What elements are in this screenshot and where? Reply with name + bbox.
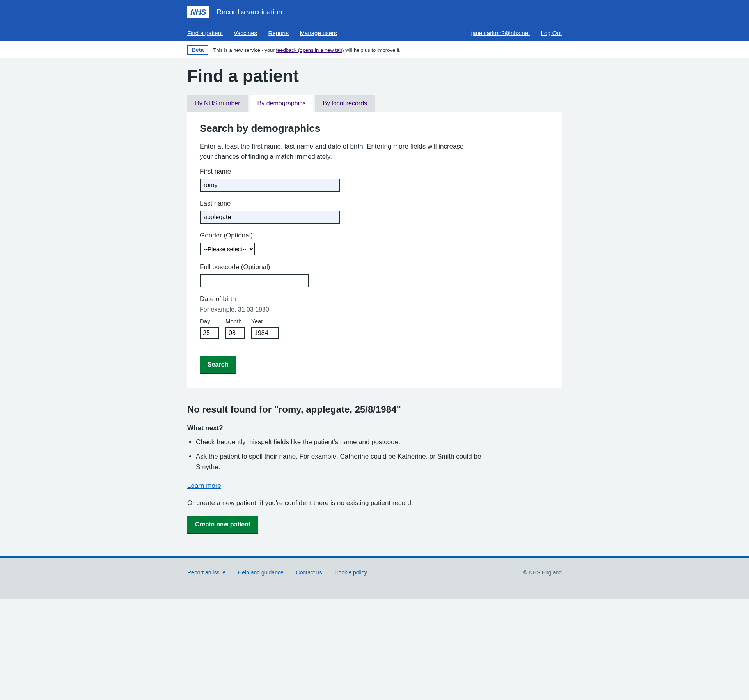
logout-link[interactable]: Log Out <box>541 30 562 36</box>
create-new-patient-button[interactable]: Create new patient <box>187 516 258 533</box>
primary-nav: Find a patient Vaccines Reports Manage u… <box>187 30 346 37</box>
user-nav: jane.carlton2@nhs.net Log Out <box>462 30 562 37</box>
panel-description: Enter at least the first name, last name… <box>200 142 465 161</box>
footer-contact[interactable]: Contact us <box>296 569 322 576</box>
page-title: Find a patient <box>187 66 562 86</box>
tip-item: Check frequently misspelt fields like th… <box>196 437 492 447</box>
no-result-heading: No result found for "romy, applegate, 25… <box>187 404 562 415</box>
results-section: No result found for "romy, applegate, 25… <box>187 404 562 533</box>
nav-reports[interactable]: Reports <box>268 30 289 36</box>
nav-manage-users[interactable]: Manage users <box>300 30 337 36</box>
tip-item: Ask the patient to spell their name. For… <box>196 451 492 472</box>
nav-find-a-patient[interactable]: Find a patient <box>187 30 223 36</box>
or-create-text: Or create a new patient, if you're confi… <box>187 499 562 507</box>
first-name-input[interactable] <box>200 179 340 192</box>
what-next-label: What next? <box>187 424 562 432</box>
tab-demographics[interactable]: By demographics <box>250 95 314 112</box>
last-name-label: Last name <box>200 200 549 207</box>
nhs-logo: NHS <box>187 6 209 18</box>
day-input[interactable] <box>200 327 219 339</box>
copyright: © NHS England <box>523 569 562 576</box>
month-label: Month <box>225 318 245 324</box>
dob-hint: For example, 31 03 1980 <box>200 306 549 313</box>
feedback-link[interactable]: feedback (opens in a new tab) <box>276 47 344 53</box>
header: NHS Record a vaccination Find a patient … <box>0 0 749 41</box>
dob-label: Date of birth <box>200 295 549 303</box>
first-name-label: First name <box>200 168 549 175</box>
user-email-link[interactable]: jane.carlton2@nhs.net <box>471 30 530 36</box>
day-label: Day <box>200 318 219 324</box>
nav-vaccines[interactable]: Vaccines <box>234 30 257 36</box>
tabs: By NHS number By demographics By local r… <box>187 95 562 112</box>
month-input[interactable] <box>225 327 245 339</box>
phase-text-after: will help us to improve it. <box>344 47 401 53</box>
learn-more-link[interactable]: Learn more <box>187 482 221 490</box>
panel-title: Search by demographics <box>200 122 549 135</box>
year-label: Year <box>251 318 279 324</box>
postcode-label: Full postcode (Optional) <box>200 263 549 271</box>
last-name-input[interactable] <box>200 211 340 224</box>
gender-select[interactable]: --Please select-- <box>200 243 255 255</box>
footer: Report an issue Help and guidance Contac… <box>0 558 749 599</box>
footer-help[interactable]: Help and guidance <box>238 569 284 576</box>
year-input[interactable] <box>251 327 279 339</box>
gender-label: Gender (Optional) <box>200 232 549 239</box>
phase-text-before: This is a new service - your <box>213 47 276 53</box>
service-name: Record a vaccination <box>217 8 282 16</box>
tab-local-records[interactable]: By local records <box>315 95 375 112</box>
postcode-input[interactable] <box>200 274 309 287</box>
phase-tag: Beta <box>187 45 208 55</box>
phase-banner: Beta This is a new service - your feedba… <box>187 41 562 58</box>
footer-cookie[interactable]: Cookie policy <box>334 569 367 576</box>
search-panel: Search by demographics Enter at least th… <box>187 112 562 388</box>
tab-nhs-number[interactable]: By NHS number <box>187 95 248 112</box>
footer-report-issue[interactable]: Report an issue <box>187 569 225 576</box>
search-button[interactable]: Search <box>200 356 236 373</box>
